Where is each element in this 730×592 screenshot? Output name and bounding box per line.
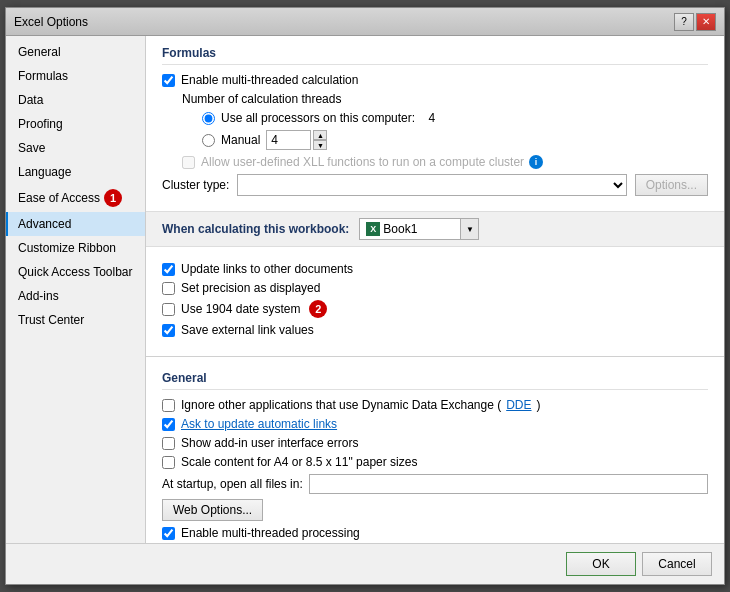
info-icon[interactable]: i	[529, 155, 543, 169]
close-button[interactable]: ✕	[696, 13, 716, 31]
main-content: Formulas Enable multi-threaded calculati…	[146, 36, 724, 543]
title-bar-controls: ? ✕	[674, 13, 716, 31]
general-section: General Ignore other applications that u…	[146, 361, 724, 543]
use-1904-label[interactable]: Use 1904 date system 2	[181, 300, 327, 318]
update-links-label[interactable]: Update links to other documents	[181, 262, 353, 276]
use-all-processors-radio[interactable]	[202, 112, 215, 125]
enable-multithreaded-label[interactable]: Enable multi-threaded calculation	[181, 73, 358, 87]
dde-link[interactable]: DDE	[506, 398, 531, 412]
enable-multiprocessing-checkbox[interactable]	[162, 527, 175, 540]
save-external-label[interactable]: Save external link values	[181, 323, 314, 337]
sidebar-item-proofing[interactable]: Proofing	[6, 112, 145, 136]
use-all-processors-row: Use all processors on this computer: 4	[202, 111, 708, 125]
allow-user-defined-row: Allow user-defined XLL functions to run …	[182, 155, 708, 169]
sidebar-item-general[interactable]: General	[6, 40, 145, 64]
manual-threads-input[interactable]	[266, 130, 311, 150]
ask-update-checkbox[interactable]	[162, 418, 175, 431]
show-addin-checkbox[interactable]	[162, 437, 175, 450]
workbook-dropdown-arrow[interactable]: ▼	[460, 219, 478, 239]
enable-multiprocessing-row: Enable multi-threaded processing	[162, 526, 708, 540]
ask-update-label[interactable]: Ask to update automatic links	[181, 417, 337, 431]
sidebar-item-trust-center[interactable]: Trust Center	[6, 308, 145, 332]
enable-multiprocessing-label[interactable]: Enable multi-threaded processing	[181, 526, 360, 540]
manual-threads-spinner: ▲ ▼	[313, 130, 327, 150]
sidebar-item-ease-of-access[interactable]: Ease of Access 1	[6, 184, 145, 212]
sidebar-item-language[interactable]: Language	[6, 160, 145, 184]
use-1904-badge: 2	[309, 300, 327, 318]
allow-user-defined-label: Allow user-defined XLL functions to run …	[201, 155, 543, 169]
cluster-type-select[interactable]	[237, 174, 626, 196]
manual-threads-row: Manual ▲ ▼	[202, 130, 708, 150]
update-links-checkbox[interactable]	[162, 263, 175, 276]
formulas-section: Formulas Enable multi-threaded calculati…	[146, 36, 724, 211]
show-addin-label[interactable]: Show add-in user interface errors	[181, 436, 358, 450]
formulas-section-header: Formulas	[162, 46, 708, 65]
sidebar-item-save[interactable]: Save	[6, 136, 145, 160]
show-addin-row: Show add-in user interface errors	[162, 436, 708, 450]
title-bar: Excel Options ? ✕	[6, 8, 724, 36]
use-1904-row: Use 1904 date system 2	[162, 300, 708, 318]
at-startup-row: At startup, open all files in:	[162, 474, 708, 494]
ok-button[interactable]: OK	[566, 552, 636, 576]
cluster-type-row: Cluster type: Options...	[162, 174, 708, 196]
manual-threads-radio[interactable]	[202, 134, 215, 147]
cluster-type-label: Cluster type:	[162, 178, 229, 192]
at-startup-label: At startup, open all files in:	[162, 477, 303, 491]
excel-icon: X	[366, 222, 380, 236]
set-precision-checkbox[interactable]	[162, 282, 175, 295]
enable-multithreaded-checkbox[interactable]	[162, 74, 175, 87]
scale-content-checkbox[interactable]	[162, 456, 175, 469]
ignore-dde-row: Ignore other applications that use Dynam…	[162, 398, 708, 412]
spin-down-button[interactable]: ▼	[313, 140, 327, 150]
scale-content-label[interactable]: Scale content for A4 or 8.5 x 11" paper …	[181, 455, 417, 469]
update-links-row: Update links to other documents	[162, 262, 708, 276]
sidebar-item-formulas[interactable]: Formulas	[6, 64, 145, 88]
sidebar-item-advanced[interactable]: Advanced	[6, 212, 145, 236]
cluster-options-button[interactable]: Options...	[635, 174, 708, 196]
use-1904-checkbox[interactable]	[162, 303, 175, 316]
sidebar-item-data[interactable]: Data	[6, 88, 145, 112]
at-startup-input[interactable]	[309, 474, 708, 494]
ease-of-access-badge: 1	[104, 189, 122, 207]
sidebar-item-quick-access-toolbar[interactable]: Quick Access Toolbar	[6, 260, 145, 284]
when-calculating-label: When calculating this workbook:	[162, 222, 349, 236]
help-button[interactable]: ?	[674, 13, 694, 31]
manual-threads-label[interactable]: Manual	[221, 133, 260, 147]
excel-options-dialog: Excel Options ? ✕ General Formulas Data …	[5, 7, 725, 585]
when-calculating-row: When calculating this workbook: X Book1 …	[146, 211, 724, 247]
save-external-row: Save external link values	[162, 323, 708, 337]
general-section-header: General	[162, 371, 708, 390]
web-options-button[interactable]: Web Options...	[162, 499, 263, 521]
spin-up-button[interactable]: ▲	[313, 130, 327, 140]
dialog-title: Excel Options	[14, 15, 88, 29]
section-divider-1	[146, 356, 724, 357]
enable-multithreaded-row: Enable multi-threaded calculation	[162, 73, 708, 87]
cancel-button[interactable]: Cancel	[642, 552, 712, 576]
calc-threads-label: Number of calculation threads	[182, 92, 708, 106]
use-all-processors-label[interactable]: Use all processors on this computer: 4	[221, 111, 435, 125]
workbook-options-section: Update links to other documents Set prec…	[146, 247, 724, 352]
set-precision-row: Set precision as displayed	[162, 281, 708, 295]
workbook-label: X Book1	[360, 222, 460, 236]
sidebar-item-customize-ribbon[interactable]: Customize Ribbon	[6, 236, 145, 260]
save-external-checkbox[interactable]	[162, 324, 175, 337]
scale-content-row: Scale content for A4 or 8.5 x 11" paper …	[162, 455, 708, 469]
allow-user-defined-checkbox[interactable]	[182, 156, 195, 169]
dialog-body: General Formulas Data Proofing Save Lang…	[6, 36, 724, 543]
web-options-row: Web Options...	[162, 499, 708, 521]
set-precision-label[interactable]: Set precision as displayed	[181, 281, 320, 295]
sidebar-item-add-ins[interactable]: Add-ins	[6, 284, 145, 308]
ask-update-row: Ask to update automatic links	[162, 417, 708, 431]
workbook-dropdown[interactable]: X Book1 ▼	[359, 218, 479, 240]
ignore-dde-checkbox[interactable]	[162, 399, 175, 412]
dialog-footer: OK Cancel	[6, 543, 724, 584]
ignore-dde-label[interactable]: Ignore other applications that use Dynam…	[181, 398, 541, 412]
sidebar: General Formulas Data Proofing Save Lang…	[6, 36, 146, 543]
